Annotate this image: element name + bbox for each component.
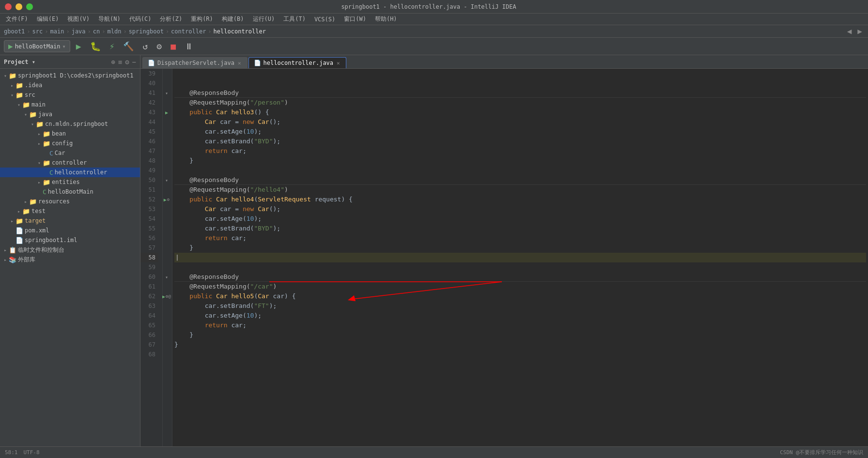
menu-tools[interactable]: 工具(T)	[279, 14, 310, 24]
tree-arrow-src: ▾	[9, 92, 16, 98]
tree-arrow-entities: ▸	[36, 180, 43, 185]
code-line-45: car.setAge(10);	[174, 127, 866, 137]
minimize-button[interactable]	[16, 3, 22, 10]
sidebar-item-entities[interactable]: ▸ 📁 entities	[0, 177, 140, 187]
menu-refactor[interactable]: 重构(R)	[187, 14, 217, 24]
code-lines: @ResponseBody @RequestMapping("/person")…	[172, 69, 868, 446]
tree-arrow-resources: ▸	[22, 199, 29, 204]
menu-build[interactable]: 构建(B)	[218, 14, 248, 24]
sidebar-item-test[interactable]: ▸ 📁 test	[0, 206, 140, 216]
sidebar-item-config[interactable]: ▸ 📁 config	[0, 138, 140, 148]
nav-item-main[interactable]: main	[50, 28, 64, 35]
sidebar-item-hellobootmain[interactable]: C helloBootMain	[0, 187, 140, 197]
nav-item-cn[interactable]: cn	[93, 28, 100, 35]
sidebar-item-car[interactable]: C Car	[0, 148, 140, 158]
code-line-48: }	[174, 156, 866, 166]
sidebar-label-car: Car	[55, 150, 65, 156]
tree-arrow-temp: ▸	[2, 247, 9, 253]
sidebar-item-iml[interactable]: 📄 springboot1.iml	[0, 235, 140, 245]
run-marker-62[interactable]: ▶	[162, 294, 165, 299]
iml-icon: 📄	[16, 237, 23, 244]
nav-back-button[interactable]: ◀	[845, 27, 854, 36]
menu-run[interactable]: 运行(U)	[249, 14, 279, 24]
run-marker-52[interactable]: ▶	[164, 197, 167, 202]
run-marker-43[interactable]: ▶	[165, 110, 168, 115]
nav-item-src[interactable]: src	[32, 28, 43, 35]
folder-icon-main: 📁	[22, 101, 30, 108]
editor-area: 📄 DispatcherServlet.java ✕ 📄 hellocontro…	[140, 55, 868, 446]
nav-item-hellocontroller[interactable]: hellocontroller	[214, 28, 266, 35]
folder-icon-config: 📁	[43, 140, 50, 147]
nav-item-mldn[interactable]: mldn	[107, 28, 121, 35]
code-line-66: }	[174, 330, 866, 340]
coverage-button[interactable]: ⚡	[107, 40, 118, 53]
maximize-button[interactable]	[26, 3, 33, 10]
breadcrumb: gboot1 › src › main › java › cn › mldn ›…	[4, 28, 266, 35]
sidebar-collapse-icon[interactable]: −	[132, 58, 136, 66]
sidebar-item-cn-mldn-springboot[interactable]: ▾ 📁 cn.mldn.springboot	[0, 119, 140, 129]
fold-marker-41[interactable]: ▾	[165, 91, 168, 96]
tree-arrow-controller: ▾	[36, 160, 43, 166]
code-line-61: @RequestMapping("/car")	[174, 282, 866, 291]
nav-item-java[interactable]: java	[72, 28, 86, 35]
more-button[interactable]: ⚙	[154, 40, 165, 53]
sidebar-item-pom[interactable]: 📄 pom.xml	[0, 226, 140, 235]
menu-analyze[interactable]: 分析(Z)	[156, 14, 186, 24]
sidebar-item-temp[interactable]: ▸ 📋 临时文件和控制台	[0, 245, 140, 255]
debug-button[interactable]: 🐛	[87, 40, 104, 53]
code-line-57: }	[174, 243, 866, 253]
sidebar-item-main[interactable]: ▾ 📁 main	[0, 100, 140, 109]
menu-navigate[interactable]: 导航(N)	[94, 14, 124, 24]
sidebar-label-src: src	[25, 92, 35, 98]
sidebar-label-idea: .idea	[25, 82, 42, 89]
sidebar-label-entities: entities	[52, 179, 80, 185]
sidebar-item-springboot1[interactable]: ▾ 📁 springboot1 D:\codes2\springboot1	[0, 71, 140, 80]
sidebar-label-controller: controller	[52, 159, 87, 166]
menu-code[interactable]: 代码(C)	[125, 14, 155, 24]
menu-vcs[interactable]: VCS(S)	[310, 15, 339, 24]
close-button[interactable]	[5, 3, 12, 10]
sidebar-item-target[interactable]: ▸ 📁 target	[0, 216, 140, 226]
window-title: springboot1 - hellocontroller.java - Int…	[33, 3, 824, 10]
sidebar-settings-icon[interactable]: ⚙	[125, 58, 129, 66]
sidebar-layout-icon[interactable]: ≡	[118, 58, 122, 66]
sidebar-label-bean: bean	[52, 130, 66, 137]
pause-button[interactable]: ⏸	[182, 40, 196, 53]
tab-close-hellocontroller[interactable]: ✕	[336, 60, 341, 66]
menu-help[interactable]: 帮助(H)	[371, 14, 401, 24]
sidebar-item-hellocontroller[interactable]: C hellocontroller	[0, 168, 140, 177]
menu-view[interactable]: 视图(V)	[63, 14, 93, 24]
run-config-selector[interactable]: ▶ helloBootMain ▾	[4, 40, 70, 52]
stop-button[interactable]: ■	[168, 40, 179, 53]
code-line-44: Car car = new Car();	[174, 117, 866, 127]
menu-file[interactable]: 文件(F)	[2, 14, 32, 24]
tree-arrow-external: ▸	[2, 257, 9, 262]
window-controls[interactable]	[5, 3, 33, 10]
sidebar-item-bean[interactable]: ▸ 📁 bean	[0, 129, 140, 138]
menu-window[interactable]: 窗口(W)	[340, 14, 370, 24]
refresh-button[interactable]: ↺	[140, 40, 151, 53]
sidebar-item-java[interactable]: ▾ 📁 java	[0, 109, 140, 119]
nav-item-root[interactable]: gboot1	[4, 28, 25, 35]
sidebar-add-icon[interactable]: ⊕	[111, 58, 115, 66]
nav-forward-button[interactable]: ▶	[855, 27, 864, 36]
menu-edit[interactable]: 编辑(E)	[33, 14, 63, 24]
nav-item-springboot[interactable]: springboot	[129, 28, 164, 35]
tab-dispatcher[interactable]: 📄 DispatcherServlet.java ✕	[142, 57, 248, 68]
run-button[interactable]: ▶	[73, 40, 84, 53]
fold-marker-60[interactable]: ▾	[165, 275, 168, 280]
code-editor[interactable]: 39 40 41 42 43 44 45 46 47 48 49 50 51 5…	[140, 69, 868, 446]
fold-marker-50[interactable]: ▾	[165, 178, 168, 183]
code-line-60: @ResponseBody	[174, 272, 866, 282]
sidebar-item-external[interactable]: ▸ 📚 外部库	[0, 255, 140, 264]
nav-item-controller[interactable]: controller	[171, 28, 206, 35]
folder-icon-resources: 📁	[29, 198, 37, 205]
tab-close-dispatcher[interactable]: ✕	[237, 60, 242, 66]
sidebar-item-controller[interactable]: ▾ 📁 controller	[0, 158, 140, 168]
sidebar-label-cn-mldn-springboot: cn.mldn.springboot	[45, 121, 108, 127]
sidebar-item-src[interactable]: ▾ 📁 src	[0, 90, 140, 100]
build-button[interactable]: 🔨	[120, 40, 137, 53]
sidebar-item-idea[interactable]: ▸ 📁 .idea	[0, 80, 140, 90]
tab-hellocontroller[interactable]: 📄 hellocontroller.java ✕	[248, 57, 346, 68]
sidebar-item-resources[interactable]: ▸ 📁 resources	[0, 197, 140, 206]
